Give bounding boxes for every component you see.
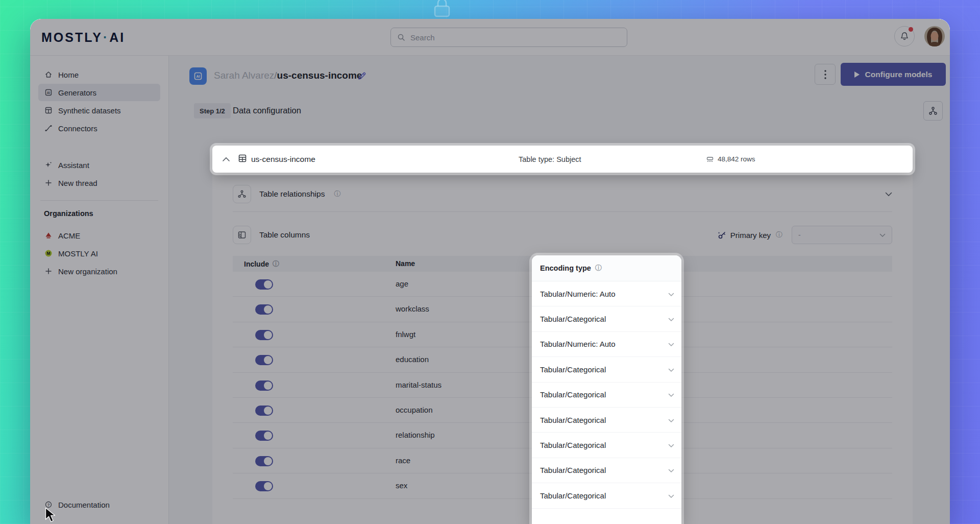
include-toggle[interactable] xyxy=(255,330,273,340)
sidebar: Home AI Generators Synthetic datasets Co… xyxy=(30,56,169,524)
search-icon xyxy=(397,33,405,41)
chevron-down-icon xyxy=(879,230,886,240)
encoding-select[interactable]: Tabular/Categorical xyxy=(532,433,681,458)
column-name: fnlwgt xyxy=(396,330,415,339)
hierarchy-icon xyxy=(928,106,938,115)
encoding-type-header: Encoding type ⓘ xyxy=(532,255,681,281)
chevron-down-icon[interactable] xyxy=(885,189,892,199)
sidebar-item-label: Home xyxy=(58,70,79,79)
breadcrumb-project-name: us-census-income xyxy=(277,70,362,81)
notifications-button[interactable] xyxy=(894,26,915,46)
sidebar-item-label: ACME xyxy=(58,231,80,240)
include-toggle[interactable] xyxy=(255,456,273,466)
encoding-select[interactable]: Tabular/Categorical xyxy=(532,383,681,408)
sidebar-item-connectors[interactable]: Connectors xyxy=(38,120,160,137)
table-grid-icon xyxy=(238,154,247,165)
svg-text:M: M xyxy=(46,251,50,256)
sidebar-item-org-acme[interactable]: ACME xyxy=(38,227,160,244)
collapse-chevron-up-icon[interactable] xyxy=(222,155,230,164)
table-relationships-section[interactable]: Table relationships ⓘ xyxy=(233,180,892,212)
sidebar-item-label: New thread xyxy=(58,179,97,187)
encoding-value: Tabular/Categorical xyxy=(540,365,606,374)
encoding-select[interactable]: Tabular/Numeric: Auto xyxy=(532,332,681,357)
step-badge: Step 1/2 xyxy=(194,103,231,118)
generator-chip-icon: AI xyxy=(44,88,53,97)
svg-text:?: ? xyxy=(47,503,50,507)
rows-icon xyxy=(706,155,714,163)
bell-icon xyxy=(899,31,910,41)
sidebar-item-new-thread[interactable]: New thread xyxy=(38,174,160,192)
configure-models-label: Configure models xyxy=(865,70,933,79)
encoding-select[interactable]: Tabular/Categorical xyxy=(532,483,681,508)
relationship-view-button[interactable] xyxy=(923,101,943,121)
primary-key-select[interactable]: - xyxy=(792,226,892,244)
sidebar-item-label: Connectors xyxy=(58,124,97,133)
sidebar-item-assistant[interactable]: Assistant xyxy=(38,156,160,174)
table-name: us-census-income xyxy=(251,155,315,164)
column-name: age xyxy=(396,279,408,288)
chevron-down-icon xyxy=(668,290,674,298)
sidebar-item-label: New organization xyxy=(58,267,117,276)
logo-suffix: AI xyxy=(109,30,125,44)
top-bar: MOSTLY·AI xyxy=(30,19,950,56)
edit-name-icon[interactable] xyxy=(357,71,367,83)
svg-text:AI: AI xyxy=(197,75,200,78)
encoding-header-label: Encoding type xyxy=(540,264,591,272)
search-input[interactable] xyxy=(410,33,621,42)
include-header: Include xyxy=(244,260,269,268)
include-toggle[interactable] xyxy=(255,304,273,315)
more-options-button[interactable] xyxy=(815,64,836,85)
encoding-select[interactable]: Tabular/Categorical xyxy=(532,306,681,331)
chevron-down-icon xyxy=(668,365,674,374)
encoding-select[interactable]: Tabular/Numeric: Auto xyxy=(532,281,681,306)
sidebar-item-org-mostly-ai[interactable]: M MOSTLY AI xyxy=(38,245,160,262)
relationships-icon-box xyxy=(233,185,251,203)
dataset-table-icon xyxy=(44,106,53,114)
breadcrumb: Sarah Alvarez/us-census-income xyxy=(214,70,362,81)
plus-icon xyxy=(44,267,53,275)
chevron-down-icon xyxy=(668,491,674,500)
user-avatar[interactable] xyxy=(924,26,945,46)
include-toggle[interactable] xyxy=(255,406,273,416)
name-header: Name xyxy=(396,259,415,268)
page-title: Data configuration xyxy=(233,106,301,115)
chevron-down-icon xyxy=(668,466,674,474)
include-toggle[interactable] xyxy=(255,431,273,441)
include-toggle[interactable] xyxy=(255,380,273,391)
plus-icon xyxy=(44,179,53,187)
sidebar-item-label: MOSTLY AI xyxy=(58,249,98,258)
encoding-select[interactable]: Tabular/Categorical xyxy=(532,357,681,382)
info-icon: ⓘ xyxy=(595,264,602,273)
include-toggle[interactable] xyxy=(255,481,273,491)
include-toggle[interactable] xyxy=(255,279,273,290)
sidebar-item-synthetic-datasets[interactable]: Synthetic datasets xyxy=(38,102,160,119)
search-bar[interactable] xyxy=(390,28,627,47)
sidebar-item-home[interactable]: Home xyxy=(38,66,160,83)
table-type-label: Table type: Subject xyxy=(519,155,581,163)
sidebar-item-label: Synthetic datasets xyxy=(58,106,121,115)
connector-icon xyxy=(44,124,53,132)
configure-models-button[interactable]: Configure models xyxy=(841,63,946,86)
encoding-value: Tabular/Categorical xyxy=(540,416,606,424)
sidebar-item-label: Assistant xyxy=(58,161,89,170)
include-toggle[interactable] xyxy=(255,355,273,365)
encoding-value: Tabular/Categorical xyxy=(540,315,606,323)
column-name: marital-status xyxy=(396,380,442,389)
encoding-select[interactable]: Tabular/Categorical xyxy=(532,458,681,483)
encoding-select[interactable]: Tabular/Categorical xyxy=(532,408,681,433)
table-columns-section: Table columns Primary key ⓘ - xyxy=(233,225,892,245)
app-logo: MOSTLY·AI xyxy=(41,30,125,45)
app-window: MOSTLY·AI Home AI Generators Synt xyxy=(30,19,950,524)
encoding-value: Tabular/Categorical xyxy=(540,466,606,474)
info-icon: ⓘ xyxy=(273,259,279,269)
table-header-spotlight[interactable]: us-census-income Table type: Subject 48,… xyxy=(212,146,913,173)
sidebar-item-new-organization[interactable]: New organization xyxy=(38,263,160,280)
sidebar-item-generators[interactable]: AI Generators xyxy=(38,84,160,101)
primary-key-group: Primary key ⓘ - xyxy=(718,226,892,244)
chevron-down-icon xyxy=(668,441,674,449)
encoding-value: Tabular/Categorical xyxy=(540,491,606,500)
breadcrumb-owner: Sarah Alvarez xyxy=(214,70,274,81)
columns-icon-box xyxy=(233,226,251,244)
mouse-cursor xyxy=(45,507,58,524)
column-name: sex xyxy=(396,481,407,490)
